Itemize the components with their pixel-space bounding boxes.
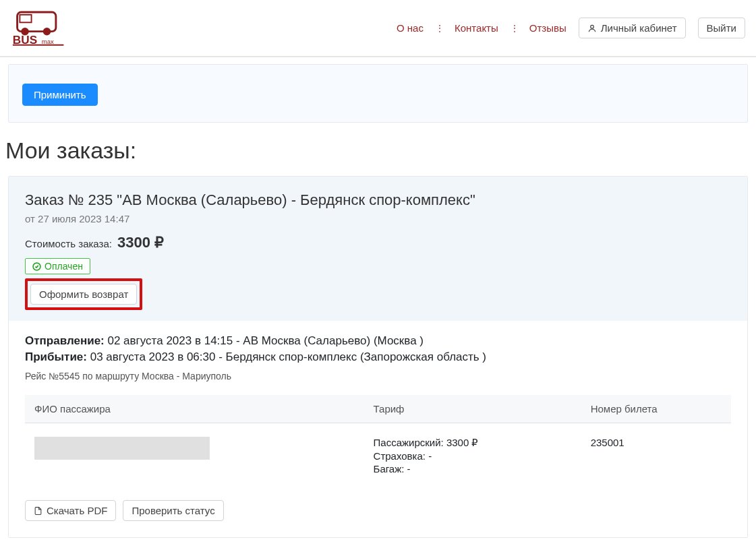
order-header: Заказ № 235 "АВ Москва (Саларьево) - Бер… xyxy=(9,177,747,321)
col-tariff: Тариф xyxy=(364,395,581,423)
passengers-table: ФИО пассажира Тариф Номер билета Пассажи… xyxy=(25,395,731,489)
check-circle-icon xyxy=(32,262,41,271)
nav-contacts[interactable]: Контакты xyxy=(455,22,498,34)
tariff-baggage: Багаж: - xyxy=(374,463,572,474)
file-pdf-icon xyxy=(34,506,42,516)
svg-text:BUS: BUS xyxy=(13,33,37,46)
check-status-button[interactable]: Проверить статус xyxy=(123,500,223,521)
order-date: от 27 июля 2023 14:47 xyxy=(25,213,731,224)
order-body: Отправление: 02 августа 2023 в 14:15 - А… xyxy=(9,321,747,537)
nav-about[interactable]: О нас xyxy=(397,22,424,34)
order-cost-amount: 3300 ₽ xyxy=(117,234,164,251)
apply-button[interactable]: Приминить xyxy=(22,84,98,106)
status-badge: Оплачен xyxy=(25,258,90,274)
page-title: Мои заказы: xyxy=(5,137,751,164)
order-cost-label: Стоимость заказа: xyxy=(25,238,112,249)
filter-panel: Приминить xyxy=(8,64,748,123)
departure-label: Отправление: xyxy=(25,334,105,347)
tariff-passenger: Пассажирский: 3300 ₽ xyxy=(374,437,572,449)
svg-point-2 xyxy=(43,28,51,35)
nav-separator-icon: ⋮ xyxy=(511,24,517,33)
table-row: Пассажирский: 3300 ₽ Страховка: - Багаж:… xyxy=(25,423,731,490)
order-card: Заказ № 235 "АВ Москва (Саларьево) - Бер… xyxy=(8,176,748,538)
site-header: BUS max О нас ⋮ Контакты ⋮ Отзывы Личный… xyxy=(0,0,756,57)
order-cost: Стоимость заказа: 3300 ₽ xyxy=(25,234,731,251)
user-icon xyxy=(587,24,597,33)
svg-rect-3 xyxy=(20,15,31,22)
col-ticket: Номер билета xyxy=(581,395,731,423)
logout-button[interactable]: Выйти xyxy=(698,18,745,38)
order-actions: Скачать PDF Проверить статус xyxy=(25,500,731,521)
refund-highlight: Оформить возврат xyxy=(25,278,142,310)
account-button[interactable]: Личный кабинет xyxy=(579,18,686,38)
busmax-logo-icon: BUS max xyxy=(11,8,69,46)
trip-subheading: Рейс №5545 по маршруту Москва - Мариупол… xyxy=(25,371,731,381)
download-pdf-label: Скачать PDF xyxy=(47,505,107,516)
redacted-passenger-info xyxy=(34,437,210,460)
departure-line: Отправление: 02 августа 2023 в 14:15 - А… xyxy=(25,334,731,348)
nav-reviews[interactable]: Отзывы xyxy=(529,22,566,34)
status-badge-text: Оплачен xyxy=(45,261,83,272)
tariff-insurance: Страховка: - xyxy=(374,450,572,462)
nav-separator-icon: ⋮ xyxy=(436,24,442,33)
refund-button[interactable]: Оформить возврат xyxy=(30,284,137,305)
header-nav: О нас ⋮ Контакты ⋮ Отзывы Личный кабинет… xyxy=(397,18,745,38)
col-fio: ФИО пассажира xyxy=(25,395,364,423)
arrival-label: Прибытие: xyxy=(25,350,87,363)
svg-text:max: max xyxy=(42,38,54,45)
arrival-line: Прибытие: 03 августа 2023 в 06:30 - Берд… xyxy=(25,350,731,364)
arrival-value: 03 августа 2023 в 06:30 - Бердянск спор-… xyxy=(90,350,486,363)
account-button-label: Личный кабинет xyxy=(601,22,677,34)
logo[interactable]: BUS max xyxy=(11,8,69,48)
order-title: Заказ № 235 "АВ Москва (Саларьево) - Бер… xyxy=(25,191,731,209)
download-pdf-button[interactable]: Скачать PDF xyxy=(25,500,116,521)
svg-point-7 xyxy=(590,25,593,28)
ticket-number: 235001 xyxy=(581,423,731,490)
departure-value: 02 августа 2023 в 14:15 - АВ Москва (Сал… xyxy=(107,334,424,347)
